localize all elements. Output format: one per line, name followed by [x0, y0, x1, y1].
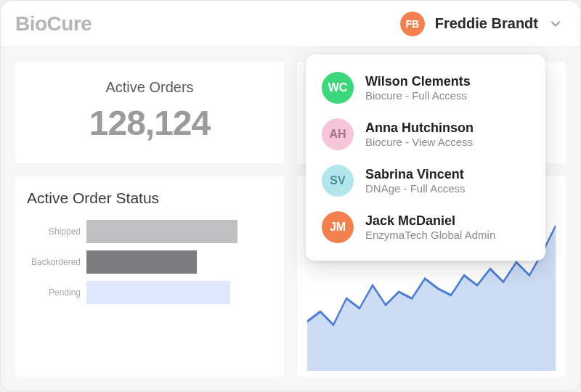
user-item-role: Biocure - View Access — [365, 136, 474, 148]
topbar: BioCure FB Freddie Brandt — [1, 1, 580, 47]
status-bar-track — [86, 220, 271, 243]
status-bar-track — [86, 281, 271, 304]
user-item-role: DNAge - Full Access — [365, 182, 466, 195]
status-bar-fill — [86, 250, 197, 274]
chevron-down-icon — [548, 17, 563, 31]
active-orders-value: 128,124 — [30, 103, 269, 143]
app-window: BioCure FB Freddie Brandt Active Orders … — [0, 0, 581, 392]
status-bar-label: Backordered — [21, 257, 86, 267]
status-bar-row: Pending — [21, 281, 271, 304]
user-avatar: JM — [322, 211, 354, 243]
user-switcher-item[interactable]: AH Anna Hutchinson Biocure - View Access — [312, 111, 540, 158]
status-bar-row: Shipped — [21, 220, 271, 243]
user-avatar: SV — [322, 165, 354, 197]
brand-logo: BioCure — [15, 12, 92, 36]
status-bar-row: Backordered — [21, 250, 271, 274]
user-switcher-item[interactable]: JM Jack McDaniel EnzymaTech Global Admin — [312, 204, 540, 250]
status-bar-fill — [86, 220, 237, 243]
status-bar-fill — [86, 281, 230, 304]
current-user-name: Freddie Brandt — [435, 15, 538, 32]
user-item-name: Sabrina Vincent — [365, 167, 466, 183]
order-status-card: Active Order Status Shipped Backordered … — [15, 176, 284, 377]
active-orders-title: Active Orders — [30, 79, 269, 96]
user-item-name: Jack McDaniel — [365, 213, 495, 229]
active-orders-card: Active Orders 128,124 — [15, 62, 284, 163]
user-item-name: Anna Hutchinson — [365, 121, 474, 136]
user-item-name: Wilson Clements — [365, 74, 471, 90]
order-status-title: Active Order Status — [27, 189, 271, 207]
user-avatar: WC — [322, 72, 354, 104]
user-item-role: EnzymaTech Global Admin — [365, 229, 495, 241]
status-bar-label: Pending — [21, 287, 86, 298]
status-bar-label: Shipped — [21, 226, 86, 237]
current-user-avatar: FB — [400, 12, 425, 36]
user-switcher-dropdown: WC Wilson Clements Biocure - Full Access… — [306, 54, 545, 261]
user-switcher-item[interactable]: WC Wilson Clements Biocure - Full Access — [312, 65, 540, 111]
user-switcher-item[interactable]: SV Sabrina Vincent DNAge - Full Access — [312, 158, 540, 204]
status-bar-track — [86, 250, 271, 274]
user-item-role: Biocure - Full Access — [365, 89, 471, 102]
user-avatar: AH — [322, 118, 354, 150]
user-switcher-trigger[interactable]: FB Freddie Brandt — [400, 12, 563, 36]
